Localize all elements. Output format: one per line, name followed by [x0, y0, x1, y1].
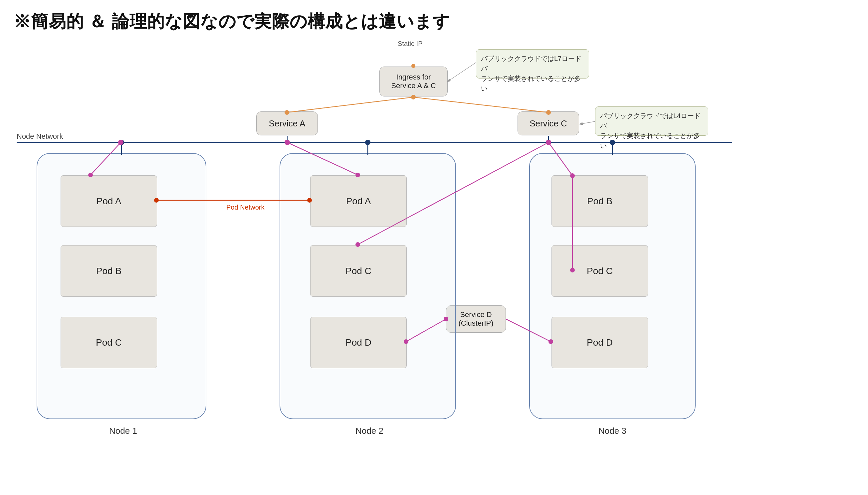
- svg-line-31: [506, 319, 551, 342]
- svg-point-13: [546, 110, 551, 115]
- svg-line-10: [287, 97, 413, 113]
- diagram-area: Static IP Node Network パブリッククラウドではL7ロードバ…: [0, 37, 868, 495]
- svg-point-6: [610, 140, 615, 145]
- svg-point-32: [549, 339, 553, 344]
- svg-point-25: [355, 242, 360, 247]
- page-title: ※簡易的 ＆ 論理的な図なので実際の構成とは違います: [0, 0, 868, 37]
- svg-line-22: [287, 142, 358, 175]
- svg-line-20: [90, 142, 121, 175]
- svg-point-30: [444, 317, 448, 321]
- svg-line-24: [358, 142, 549, 244]
- svg-point-34: [570, 268, 575, 272]
- svg-point-14: [411, 95, 416, 100]
- svg-line-29: [406, 319, 446, 342]
- diagram-svg: [0, 37, 868, 495]
- svg-point-37: [307, 198, 312, 203]
- svg-point-36: [154, 198, 159, 203]
- svg-point-5: [365, 140, 370, 145]
- svg-point-9: [411, 64, 415, 68]
- svg-point-21: [88, 173, 93, 177]
- svg-line-26: [549, 142, 572, 176]
- svg-line-7: [448, 63, 476, 82]
- svg-point-23: [355, 173, 360, 177]
- svg-point-12: [285, 110, 289, 115]
- svg-line-11: [413, 97, 549, 113]
- svg-line-8: [580, 121, 595, 124]
